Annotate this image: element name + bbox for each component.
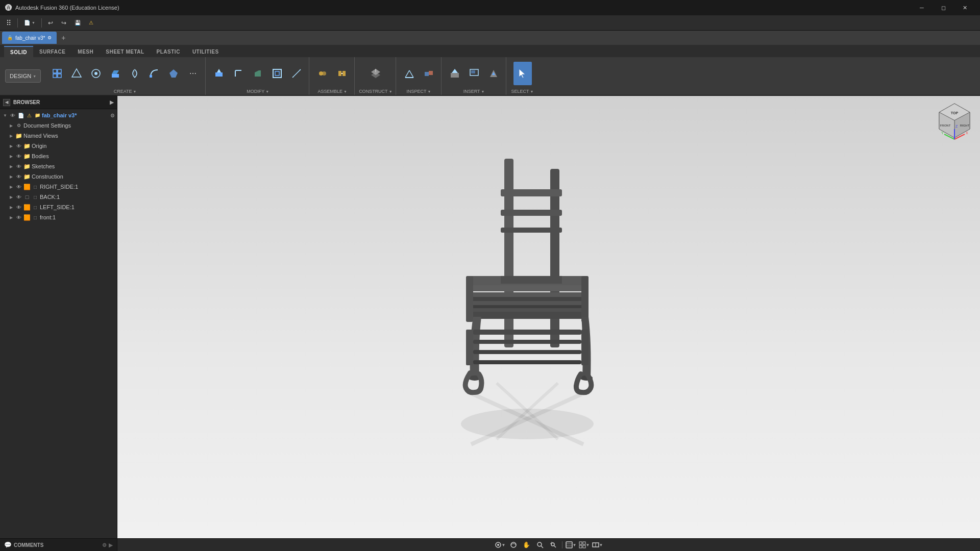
tree-item-back[interactable]: ▶ 👁 □ □ BACK:1 <box>0 192 117 202</box>
doc-settings-expand[interactable]: ▶ <box>8 122 14 129</box>
insert-derive-btn[interactable] <box>446 62 464 85</box>
tab-bar: 🔒 fab_chair v3* ⚙ + <box>0 31 980 45</box>
display-settings-btn[interactable]: ▼ <box>495 539 506 550</box>
tree-item-right-side[interactable]: ▶ 👁 🟧 □ RIGHT_SIDE:1 <box>0 182 117 192</box>
construction-expand[interactable]: ▶ <box>8 173 14 180</box>
design-dropdown-btn[interactable]: DESIGN ▼ <box>5 69 41 83</box>
undo-btn[interactable]: ↩ <box>45 17 56 29</box>
interference-btn[interactable] <box>420 62 438 85</box>
redo-btn[interactable]: ↪ <box>58 17 69 29</box>
view-style-btn[interactable]: ▼ <box>566 539 577 550</box>
back-expand[interactable]: ▶ <box>8 194 14 200</box>
sweep-btn[interactable] <box>145 62 163 85</box>
tab-solid[interactable]: SOLID <box>4 46 33 57</box>
chamfer-btn[interactable] <box>249 62 267 85</box>
scale-btn[interactable] <box>287 62 306 85</box>
create-form-btn[interactable] <box>87 62 105 85</box>
origin-icons: 👁 📁 <box>15 142 31 149</box>
joint-btn[interactable] <box>313 62 332 85</box>
named-views-expand[interactable]: ▶ <box>8 133 14 139</box>
app-menu-btn[interactable]: ⠿ <box>3 17 14 29</box>
tree-item-left-side[interactable]: ▶ 👁 🟧 □ LEFT_SIDE:1 <box>0 202 117 212</box>
tree-item-root[interactable]: ▼ 👁 📄 ⚠ 📁 fab_chair v3* ⚙ <box>0 110 117 120</box>
close-btn[interactable]: ✕ <box>954 0 975 15</box>
add-tab-btn[interactable]: + <box>58 32 69 43</box>
pan-btn[interactable]: ✋ <box>521 539 532 550</box>
tree-item-bodies[interactable]: ▶ 👁 📁 Bodies <box>0 151 117 161</box>
create-dropdown-arrow[interactable]: ▼ <box>133 90 137 93</box>
tree-item-document-settings[interactable]: ▶ ⚙ Document Settings <box>0 120 117 131</box>
browser-expand-icon[interactable]: ▶ <box>110 99 114 105</box>
root-eye-icon[interactable]: 👁 <box>9 112 16 119</box>
front-eye-icon[interactable]: 👁 <box>15 214 22 221</box>
zoom-extent-btn[interactable] <box>548 539 559 550</box>
tab-surface[interactable]: SURFACE <box>33 46 71 57</box>
new-component-btn[interactable] <box>48 62 66 85</box>
right-side-eye-icon[interactable]: 👁 <box>15 183 22 190</box>
assemble-dropdown-arrow[interactable]: ▼ <box>344 90 347 93</box>
select-dropdown-arrow[interactable]: ▼ <box>530 90 534 93</box>
left-side-eye-icon[interactable]: 👁 <box>15 204 22 211</box>
save-btn[interactable]: 💾 <box>71 17 84 29</box>
press-pull-btn[interactable] <box>210 62 228 85</box>
back-eye-icon[interactable]: 👁 <box>15 193 22 201</box>
warning-btn[interactable]: ⚠ <box>86 17 96 29</box>
front-expand[interactable]: ▶ <box>8 214 14 220</box>
zoom-fit-btn[interactable] <box>534 539 546 550</box>
browser-collapse-btn[interactable]: ◀ <box>3 99 10 106</box>
tab-sheet-metal[interactable]: SHEET METAL <box>100 46 150 57</box>
bodies-eye-icon[interactable]: 👁 <box>15 153 22 160</box>
svg-rect-24 <box>342 71 346 76</box>
active-tab[interactable]: 🔒 fab_chair v3* ⚙ <box>2 32 57 44</box>
right-side-expand[interactable]: ▶ <box>8 184 14 190</box>
sketches-expand[interactable]: ▶ <box>8 163 14 169</box>
more-create-btn[interactable]: ⋯ <box>184 62 202 85</box>
orbit-btn[interactable] <box>508 539 519 550</box>
tab-settings-icon[interactable]: ⚙ <box>47 35 52 40</box>
shell-btn[interactable] <box>268 62 286 85</box>
revolve-btn[interactable] <box>126 62 144 85</box>
sidebar-toggle[interactable]: ▶ <box>109 542 113 548</box>
tree-item-construction[interactable]: ▶ 👁 📁 Construction <box>0 171 117 182</box>
insert-dropdown-arrow[interactable]: ▼ <box>481 90 485 93</box>
create-sketch-btn[interactable] <box>67 62 86 85</box>
origin-expand[interactable]: ▶ <box>8 143 14 149</box>
ribbon-group-construct: CONSTRUCT ▼ <box>356 57 396 95</box>
modify-dropdown-arrow[interactable]: ▼ <box>265 90 269 93</box>
root-settings-icon[interactable]: ⚙ <box>110 113 115 118</box>
file-btn[interactable]: 📄 ▼ <box>21 17 38 29</box>
tab-mesh[interactable]: MESH <box>71 46 100 57</box>
fillet-btn[interactable] <box>229 62 248 85</box>
root-expand[interactable]: ▼ <box>2 112 8 118</box>
construct-dropdown-arrow[interactable]: ▼ <box>389 90 393 93</box>
loft-btn[interactable] <box>164 62 183 85</box>
rigid-group-btn[interactable] <box>333 62 351 85</box>
grid-display-btn[interactable]: ▼ <box>579 539 590 550</box>
restore-btn[interactable]: ◻ <box>933 0 953 15</box>
tab-utilities[interactable]: UTILITIES <box>186 46 225 57</box>
decal-btn[interactable] <box>484 62 503 85</box>
ribbon-group-inspect: INSPECT ▼ <box>397 57 442 95</box>
comments-toggle[interactable]: ⚙ <box>102 542 107 548</box>
tree-item-origin[interactable]: ▶ 👁 📁 Origin <box>0 141 117 151</box>
sketches-eye-icon[interactable]: 👁 <box>15 163 22 170</box>
minimize-btn[interactable]: ─ <box>912 0 932 15</box>
tree-item-front[interactable]: ▶ 👁 🟧 □ front:1 <box>0 212 117 222</box>
select-tool-btn[interactable] <box>513 62 532 85</box>
tree-item-named-views[interactable]: ▶ 📁 Named Views <box>0 131 117 141</box>
view-cube[interactable]: TOP RIGHT FRONT X Y Z <box>934 101 975 142</box>
insert-canvas-btn[interactable] <box>465 62 483 85</box>
tab-plastic[interactable]: PLASTIC <box>151 46 186 57</box>
tree-item-sketches[interactable]: ▶ 👁 📁 Sketches <box>0 161 117 171</box>
section-analysis-btn[interactable]: ▼ <box>592 539 603 550</box>
offset-plane-btn[interactable] <box>366 62 385 85</box>
extrude-btn[interactable] <box>106 62 125 85</box>
construction-eye-icon[interactable]: 👁 <box>15 173 22 180</box>
viewport[interactable]: TOP RIGHT FRONT X Y Z <box>117 96 980 538</box>
inspect-dropdown-arrow[interactable]: ▼ <box>428 90 431 93</box>
measure-btn[interactable] <box>400 62 419 85</box>
left-side-expand[interactable]: ▶ <box>8 204 14 210</box>
bodies-expand[interactable]: ▶ <box>8 153 14 159</box>
origin-eye-icon[interactable]: 👁 <box>15 142 22 149</box>
tree-label-root: fab_chair v3* <box>42 112 108 118</box>
